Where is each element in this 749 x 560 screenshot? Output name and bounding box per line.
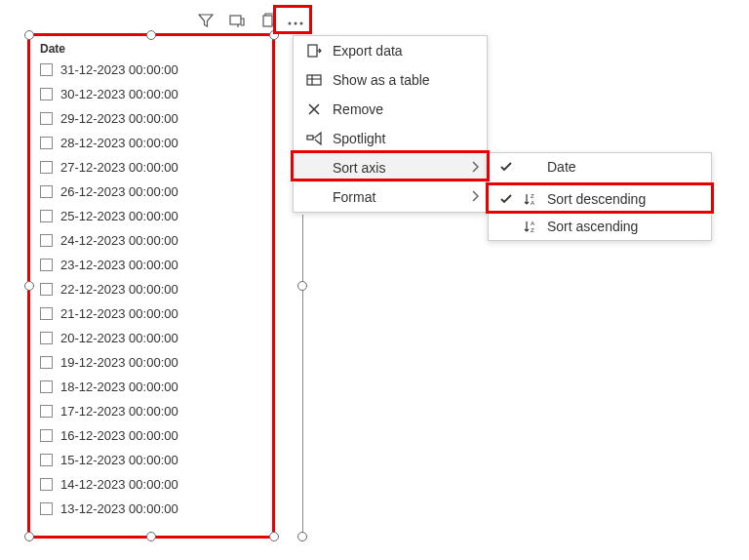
list-item[interactable]: 29-12-2023 00:00:00: [40, 106, 262, 131]
list-item[interactable]: 28-12-2023 00:00:00: [40, 131, 262, 155]
list-item[interactable]: 25-12-2023 00:00:00: [40, 204, 262, 228]
list-item[interactable]: 17-12-2023 00:00:00: [40, 399, 262, 423]
checkbox-icon[interactable]: [40, 137, 53, 149]
list-item[interactable]: 31-12-2023 00:00:00: [40, 58, 262, 82]
item-label: 19-12-2023 00:00:00: [60, 355, 178, 370]
item-label: 26-12-2023 00:00:00: [60, 184, 178, 199]
spotlight-icon: [305, 130, 323, 147]
submenu-sort-asc[interactable]: AZ Sort ascending: [489, 213, 711, 240]
filter-icon[interactable]: [195, 10, 217, 31]
list-item[interactable]: 21-12-2023 00:00:00: [40, 301, 262, 326]
menu-label: Format: [333, 189, 375, 205]
submenu-date[interactable]: Date: [489, 153, 711, 180]
list-item[interactable]: 15-12-2023 00:00:00: [40, 448, 262, 472]
svg-rect-6: [307, 75, 321, 85]
list-item[interactable]: 20-12-2023 00:00:00: [40, 326, 262, 350]
sort-asc-icon: AZ: [522, 220, 539, 233]
blank-icon: [305, 159, 323, 177]
item-label: 23-12-2023 00:00:00: [60, 258, 178, 272]
menu-label: Show as a table: [333, 72, 430, 88]
checkbox-icon[interactable]: [40, 502, 53, 515]
checkbox-icon[interactable]: [40, 234, 53, 247]
resize-handle[interactable]: [146, 532, 156, 541]
resize-handle[interactable]: [269, 532, 279, 541]
item-label: 25-12-2023 00:00:00: [60, 209, 178, 223]
checkbox-icon[interactable]: [40, 478, 53, 491]
list-item[interactable]: 23-12-2023 00:00:00: [40, 253, 262, 277]
list-item[interactable]: 19-12-2023 00:00:00: [40, 350, 262, 375]
checkbox-icon[interactable]: [40, 161, 53, 174]
submenu-label: Date: [547, 159, 576, 175]
selection-line: [302, 215, 303, 537]
menu-show-table[interactable]: Show as a table: [294, 65, 487, 95]
checkbox-icon[interactable]: [40, 185, 53, 198]
chevron-right-icon: [471, 160, 479, 176]
table-icon: [305, 71, 323, 89]
checkbox-icon[interactable]: [40, 429, 53, 442]
checkbox-icon[interactable]: [40, 307, 53, 320]
checkbox-icon[interactable]: [40, 405, 53, 418]
list-item[interactable]: 26-12-2023 00:00:00: [40, 180, 262, 204]
menu-label: Remove: [333, 101, 383, 117]
resize-handle[interactable]: [297, 532, 307, 541]
blank-icon: [305, 188, 323, 206]
list-item[interactable]: 27-12-2023 00:00:00: [40, 155, 262, 180]
list-item[interactable]: 13-12-2023 00:00:00: [40, 497, 262, 521]
list-item[interactable]: 22-12-2023 00:00:00: [40, 277, 262, 301]
svg-rect-0: [230, 16, 241, 24]
menu-remove[interactable]: Remove: [294, 95, 487, 124]
remove-icon: [305, 100, 323, 118]
slicer-list: 31-12-2023 00:00:00 30-12-2023 00:00:00 …: [30, 58, 272, 521]
resize-handle[interactable]: [24, 281, 34, 291]
resize-handle[interactable]: [24, 30, 34, 40]
menu-sort-axis[interactable]: Sort axis: [294, 153, 487, 182]
check-icon: [498, 194, 514, 204]
checkbox-icon[interactable]: [40, 380, 53, 393]
submenu-label: Sort descending: [547, 191, 646, 207]
list-item[interactable]: 30-12-2023 00:00:00: [40, 82, 262, 106]
checkbox-icon[interactable]: [40, 88, 53, 100]
list-item[interactable]: 14-12-2023 00:00:00: [40, 472, 262, 497]
item-label: 21-12-2023 00:00:00: [60, 306, 178, 321]
svg-text:Z: Z: [531, 193, 534, 199]
svg-text:A: A: [531, 200, 534, 206]
export-icon: [305, 42, 323, 60]
menu-label: Sort axis: [333, 160, 385, 176]
svg-rect-5: [308, 45, 317, 57]
svg-text:Z: Z: [531, 227, 534, 233]
menu-format[interactable]: Format: [294, 182, 487, 212]
submenu-sort-desc[interactable]: ZA Sort descending: [489, 185, 711, 213]
item-label: 18-12-2023 00:00:00: [60, 380, 178, 394]
resize-handle[interactable]: [24, 532, 34, 541]
chevron-right-icon: [471, 189, 479, 205]
menu-export-data[interactable]: Export data: [294, 36, 487, 65]
visual-toolbar: [195, 10, 279, 31]
menu-spotlight[interactable]: Spotlight: [294, 124, 487, 153]
list-item[interactable]: 16-12-2023 00:00:00: [40, 423, 262, 448]
checkbox-icon[interactable]: [40, 112, 53, 125]
checkbox-icon[interactable]: [40, 356, 53, 369]
item-label: 29-12-2023 00:00:00: [60, 111, 178, 126]
item-label: 31-12-2023 00:00:00: [60, 62, 178, 77]
item-label: 14-12-2023 00:00:00: [60, 477, 178, 492]
list-item[interactable]: 18-12-2023 00:00:00: [40, 375, 262, 399]
focus-mode-icon[interactable]: [226, 10, 248, 31]
menu-label: Spotlight: [333, 131, 385, 146]
item-label: 16-12-2023 00:00:00: [60, 428, 178, 443]
item-label: 15-12-2023 00:00:00: [60, 453, 178, 467]
checkbox-icon[interactable]: [40, 332, 53, 344]
item-label: 30-12-2023 00:00:00: [60, 87, 178, 101]
list-item[interactable]: 24-12-2023 00:00:00: [40, 228, 262, 253]
checkbox-icon[interactable]: [40, 259, 53, 271]
sort-submenu: Date ZA Sort descending AZ Sort ascendin…: [488, 152, 712, 241]
item-label: 28-12-2023 00:00:00: [60, 136, 178, 150]
checkbox-icon[interactable]: [40, 283, 53, 296]
item-label: 27-12-2023 00:00:00: [60, 160, 178, 175]
menu-label: Export data: [333, 43, 403, 59]
resize-handle[interactable]: [146, 30, 156, 40]
resize-handle[interactable]: [297, 281, 307, 291]
checkbox-icon[interactable]: [40, 454, 53, 466]
context-menu: Export data Show as a table Remove Spotl…: [293, 35, 488, 213]
checkbox-icon[interactable]: [40, 63, 53, 76]
checkbox-icon[interactable]: [40, 210, 53, 222]
